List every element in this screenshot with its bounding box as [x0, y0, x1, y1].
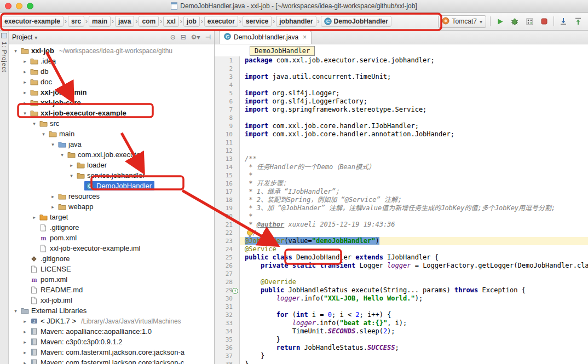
- code-line-8[interactable]: 8: [215, 114, 588, 122]
- tree-item[interactable]: ▾java: [9, 139, 214, 149]
- breadcrumb-item[interactable]: service: [243, 16, 272, 27]
- tree-item[interactable]: ▸resources: [9, 191, 214, 201]
- code-line-4[interactable]: 4: [215, 81, 588, 89]
- breadcrumb-item[interactable]: main: [89, 16, 111, 27]
- code-line-21[interactable]: 21 * @author xuxueli 2015-12-19 19:43:36: [215, 221, 588, 229]
- code-line-32[interactable]: 32 for (int i = 0; i < 2; i++) {: [215, 311, 588, 319]
- tree-item[interactable]: CDemoJobHandler: [9, 181, 214, 191]
- code-line-37[interactable]: 37 }: [215, 352, 588, 360]
- code-line-25[interactable]: 25public class DemoJobHandler extends IJ…: [215, 253, 588, 262]
- expanded-arrow-icon[interactable]: ▾: [40, 131, 47, 137]
- project-tool-icon[interactable]: [1, 33, 7, 38]
- code-line-5[interactable]: 5import org.slf4j.Logger;: [215, 89, 588, 97]
- minimize-window-button[interactable]: [16, 3, 22, 9]
- code-line-35[interactable]: 35 }: [215, 336, 588, 344]
- breadcrumb-item[interactable]: job: [183, 16, 200, 27]
- panel-title[interactable]: Project: [12, 33, 32, 41]
- code-line-3[interactable]: 3import java.util.concurrent.TimeUnit;: [215, 73, 588, 81]
- close-window-button[interactable]: [5, 3, 11, 9]
- collapsed-arrow-icon[interactable]: ▸: [21, 69, 28, 74]
- code-line-13[interactable]: 13/**: [215, 155, 588, 163]
- code-line-18[interactable]: 18 * 2、装配到Spring，例如加 “@Service” 注解；: [215, 196, 588, 204]
- code-line-19[interactable]: 19 * 3、加 “@JobHander” 注解，注解value值为新增任务生成…: [215, 204, 588, 212]
- vcs-commit-button[interactable]: [573, 16, 584, 27]
- breadcrumb-item[interactable]: java: [115, 16, 134, 27]
- breadcrumb-item[interactable]: src: [68, 16, 84, 27]
- code-line-7[interactable]: 7import org.springframework.stereotype.S…: [215, 106, 588, 114]
- code-line-27[interactable]: 27: [215, 270, 588, 278]
- tree-item[interactable]: README.md: [9, 285, 214, 295]
- tree-item[interactable]: ▾main: [9, 129, 214, 139]
- breadcrumb-tag[interactable]: DemoJobHandler: [250, 46, 315, 56]
- collapsed-arrow-icon[interactable]: ▸: [68, 163, 75, 168]
- collapsed-arrow-icon[interactable]: ▸: [21, 329, 28, 334]
- breadcrumb-item[interactable]: executor-example: [1, 16, 64, 27]
- expanded-arrow-icon[interactable]: ▾: [12, 48, 19, 54]
- expanded-arrow-icon[interactable]: ▾: [31, 121, 38, 126]
- tree-item[interactable]: ▸Maven: aopalliance:aopalliance:1.0: [9, 326, 214, 337]
- code-line-29[interactable]: 29↑ public JobHandleStatus execute(Strin…: [215, 286, 588, 294]
- breadcrumb-item[interactable]: xxl: [163, 16, 179, 27]
- code-editor[interactable]: DemoJobHandler 1package com.xxl.job.exec…: [215, 44, 588, 364]
- expanded-arrow-icon[interactable]: ▾: [12, 308, 19, 314]
- breadcrumb-item[interactable]: executor: [204, 16, 238, 27]
- run-button[interactable]: [494, 16, 505, 27]
- collapsed-arrow-icon[interactable]: ▸: [21, 319, 28, 324]
- expanded-arrow-icon[interactable]: ▾: [21, 111, 28, 116]
- tree-item[interactable]: ▸Maven: com.fasterxml.jackson.core:jacks…: [9, 347, 214, 357]
- code-line-15[interactable]: 15 *: [215, 171, 588, 180]
- code-line-9[interactable]: 9import com.xxl.job.core.handler.IJobHan…: [215, 122, 588, 130]
- code-line-17[interactable]: 17 * 1、继承 “IJobHandler”；: [215, 188, 588, 196]
- tree-item[interactable]: ▸J< JDK1.7 >/Library/Java/JavaVirtualMac…: [9, 316, 214, 326]
- zoom-window-button[interactable]: [27, 3, 33, 9]
- code-line-16[interactable]: 16 * 开发步骤：: [215, 180, 588, 188]
- tree-item[interactable]: ▸target: [9, 212, 214, 222]
- tree-item[interactable]: ▾xxl-job~/workspaces/idea-git-workspace/…: [9, 45, 214, 56]
- breadcrumb-item[interactable]: jobhandler: [276, 16, 316, 27]
- collapsed-arrow-icon[interactable]: ▸: [21, 90, 28, 95]
- tree-item[interactable]: mpom.xml: [9, 274, 214, 285]
- debug-button[interactable]: [509, 16, 520, 27]
- collapse-all-icon[interactable]: ⊟: [181, 33, 186, 41]
- collapsed-arrow-icon[interactable]: ▸: [31, 215, 38, 220]
- tree-item[interactable]: ▸xxl-job-admin: [9, 87, 214, 97]
- code-line-11[interactable]: 11: [215, 138, 588, 147]
- settings-gear-icon[interactable]: ⚙▾: [191, 33, 200, 41]
- tree-item[interactable]: ▾com.xxl.job.executor: [9, 149, 214, 160]
- code-line-14[interactable]: 14 * 任务Handler的一个Demo（Bean模式）: [215, 163, 588, 171]
- code-line-36[interactable]: 36 return JobHandleStatus.SUCCESS;: [215, 344, 588, 352]
- code-line-28[interactable]: 28 @Override: [215, 278, 588, 286]
- collapsed-arrow-icon[interactable]: ▸: [49, 204, 56, 210]
- tree-item[interactable]: ▾External Libraries: [9, 305, 214, 316]
- override-method-icon[interactable]: ↑: [232, 288, 238, 294]
- code-line-26[interactable]: 26 private static transient Logger logge…: [215, 262, 588, 270]
- code-line-33[interactable]: 33 logger.info("beat at:{}", i);: [215, 319, 588, 327]
- tree-item[interactable]: ▸Maven: c3p0:c3p0:0.9.1.2: [9, 337, 214, 347]
- code-line-31[interactable]: 31: [215, 303, 588, 311]
- hide-panel-icon[interactable]: ⊣: [205, 33, 211, 41]
- tree-item[interactable]: xxl-job-executor-example.iml: [9, 243, 214, 253]
- close-tab-icon[interactable]: ×: [303, 33, 307, 41]
- tree-item[interactable]: mpom.xml: [9, 233, 214, 243]
- tree-item[interactable]: LICENSE: [9, 264, 214, 274]
- tree-item[interactable]: ▾service.jobhandler: [9, 170, 214, 181]
- tree-item[interactable]: ▸db: [9, 66, 214, 77]
- code-line-24[interactable]: 24@Service: [215, 245, 588, 253]
- tree-item[interactable]: ▸xxl-job-core: [9, 97, 214, 108]
- code-line-23[interactable]: 23@JobHander(value="demoJobHandler"): [215, 237, 588, 245]
- breadcrumb-item[interactable]: CDemoJobHandler: [321, 16, 391, 27]
- intention-bulb-icon[interactable]: [246, 229, 253, 240]
- collapsed-arrow-icon[interactable]: ▸: [21, 100, 28, 106]
- tree-item[interactable]: ▸webapp: [9, 201, 214, 212]
- expanded-arrow-icon[interactable]: ▾: [49, 142, 56, 147]
- code-line-38[interactable]: 38}: [215, 360, 588, 364]
- collapsed-arrow-icon[interactable]: ▸: [21, 339, 28, 345]
- collapsed-arrow-icon[interactable]: ▸: [21, 360, 28, 364]
- code-line-1[interactable]: 1package com.xxl.job.executor.service.jo…: [215, 56, 588, 65]
- code-line-6[interactable]: 6import org.slf4j.LoggerFactory;: [215, 97, 588, 106]
- tree-item[interactable]: ▸Maven: com.fasterxml.jackson.core:jacks…: [9, 357, 214, 364]
- run-config-select[interactable]: Tomcat7 ▾: [438, 15, 486, 28]
- vcs-update-button[interactable]: [558, 16, 569, 27]
- tab-demojobhandler[interactable]: C DemoJobHandler.java ×: [219, 31, 312, 44]
- tree-item[interactable]: ▸doc: [9, 77, 214, 87]
